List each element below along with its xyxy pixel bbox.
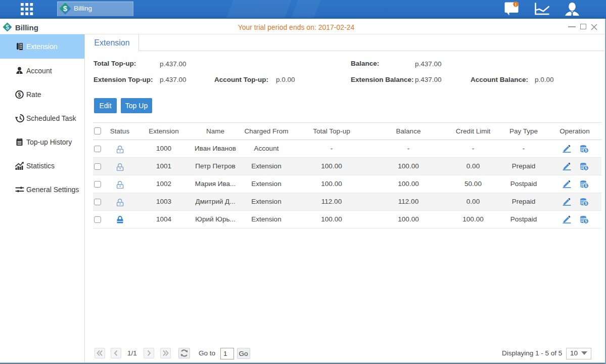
svg-text:$: $ [585,148,587,153]
svg-text:$: $ [585,201,587,206]
svg-text:!: ! [515,2,517,7]
svg-text:$: $ [18,91,21,97]
svg-text:$: $ [585,218,587,223]
svg-text:$: $ [585,183,587,188]
svg-text:$: $ [585,165,587,170]
svg-text:$: $ [63,4,68,13]
